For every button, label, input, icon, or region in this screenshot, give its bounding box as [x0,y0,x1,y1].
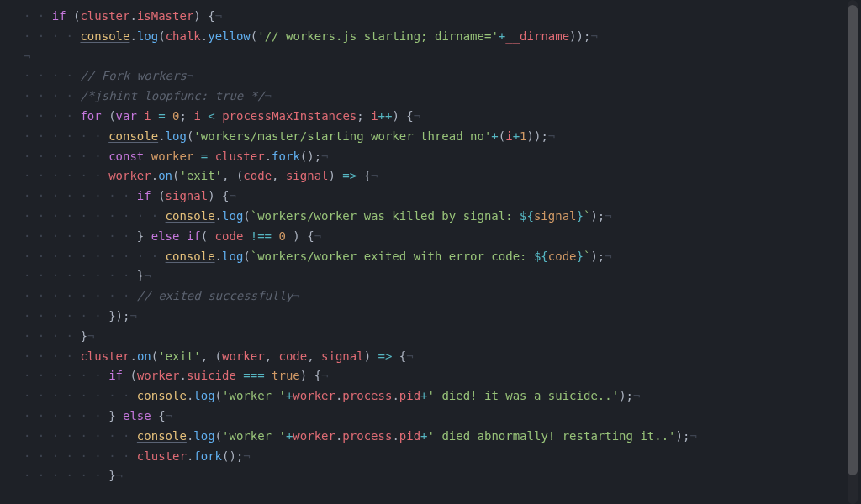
newline-marker: ¬ [414,109,420,123]
code-block[interactable]: · · if (cluster.isMaster) {¬· · · · cons… [0,7,861,486]
token-pun: . [158,129,165,143]
token-pun: ( [201,229,215,243]
code-line[interactable]: · · · · · · if (worker.suicide === true)… [24,366,861,386]
token-fn: on [158,169,172,182]
code-line[interactable]: · · · · · · · · }¬ [24,266,861,286]
code-line[interactable]: · · · · · · console.log('workers/master/… [24,127,861,147]
token-id: signal [166,189,209,202]
indent-guide: · · · · · · · · [24,429,137,443]
token-obj: console [166,209,215,223]
token-pun: , [265,349,279,363]
code-line[interactable]: · · · · for (var i = 0; i < processMaxIn… [24,107,861,127]
newline-marker: ¬ [689,429,696,443]
token-id: signal [321,349,364,363]
token-num: 1 [520,129,526,143]
code-line[interactable]: · · · · }¬ [24,327,861,347]
token-id: pid [399,389,420,402]
token-fn: yellow [208,29,251,43]
code-line[interactable]: · · · · · · · · console.log('worker '+wo… [24,427,861,447]
token-pun: ; [180,109,194,123]
token-cmt: // Fork workers [80,69,186,82]
code-line[interactable]: · · · · // Fork workers¬ [24,66,861,87]
newline-marker: ¬ [371,169,378,182]
token-ebrace: ${ [534,249,548,263]
code-line[interactable]: · · · · · · · · if (signal) {¬ [24,186,861,207]
token-kw: if [137,189,151,202]
code-line[interactable]: · · · · · · });¬ [24,307,861,327]
token-str: 'exit' [158,349,201,363]
code-line[interactable]: · · · · · · · · // exited successfully¬ [24,286,861,307]
newline-marker: ¬ [243,449,250,463]
token-kw: const [108,150,144,163]
token-id: cluster [137,449,187,463]
token-pun: ( [499,129,505,143]
token-pun: ) [329,169,343,182]
token-op: = [201,150,208,163]
code-line[interactable]: · · · · · · worker.on('exit', (code, sig… [24,166,861,186]
token-kw: if [52,9,66,23]
token-pun: { [357,169,371,182]
token-pun: }); [108,309,129,323]
token-pun [215,109,222,123]
code-line[interactable]: · · · · · · · · · · console.log(`workers… [24,247,861,267]
token-pun: . [129,29,136,43]
token-pun: . [392,429,399,443]
token-fn: log [193,389,214,402]
newline-marker: ¬ [321,369,328,382]
scrollbar-thumb[interactable] [848,5,858,475]
token-pun: ); [619,389,633,402]
code-line[interactable]: · · · · · · · · · · console.log(`workers… [24,207,861,227]
code-line[interactable]: · · · · · · · · console.log('worker '+wo… [24,386,861,407]
token-fn: fork [272,150,300,163]
token-pun: ( [66,9,81,23]
token-fn: log [166,129,187,143]
token-id: i [144,109,151,123]
indent-guide: · · · · · · · · · · [24,209,166,223]
indent-guide: · · · · · · · · · · [24,249,166,263]
token-pun: ( [102,109,116,123]
indent-guide: · · · · · · [24,469,108,482]
token-tpl: `workers/worker exited with error code: [251,249,534,263]
token-op: + [491,129,498,143]
token-id: i [193,109,200,123]
indent-guide: · · · · [24,349,80,363]
indent-guide: · · · · · · · · [24,189,137,202]
token-id: worker [137,369,180,382]
newline-marker: ¬ [633,389,640,402]
code-line[interactable]: · · · · cluster.on('exit', (worker, code… [24,347,861,367]
token-obj: console [108,129,158,143]
token-op: + [499,29,505,43]
token-op: < [208,109,214,123]
token-pun: ) [364,349,378,363]
token-str: 'worker ' [222,389,286,402]
newline-marker: ¬ [166,409,172,423]
code-line[interactable]: · · · · /*jshint loopfunc: true */¬ [24,87,861,107]
code-editor[interactable]: · · if (cluster.isMaster) {¬· · · · cons… [0,0,861,504]
token-pun: . [392,389,399,402]
code-line[interactable]: · · · · · · const worker = cluster.fork(… [24,147,861,167]
token-fn: log [222,209,243,223]
token-fn: log [137,29,158,43]
code-line[interactable]: · · · · · · } else {¬ [24,407,861,427]
token-pun [201,109,208,123]
code-line[interactable]: ¬ [24,47,861,67]
token-pun: )); [569,29,590,43]
token-op: ++ [378,109,393,123]
token-pun: ); [590,209,605,223]
indent-guide: · · · · [24,329,80,343]
token-str: ' died! it was a suicide..' [428,389,620,402]
token-cmt: /*jshint loopfunc: true */ [80,89,264,102]
code-line[interactable]: · · · · console.log(chalk.yellow('// wor… [24,27,861,47]
indent-guide: · · · · · · [24,150,108,163]
token-pun: . [201,29,208,43]
code-line[interactable]: · · · · · · · · } else if( code !== 0 ) … [24,227,861,247]
token-op: + [420,429,427,443]
newline-marker: ¬ [187,69,193,82]
code-line[interactable]: · · if (cluster.isMaster) {¬ [24,7,861,27]
token-pun: ( [251,29,257,43]
code-line[interactable]: · · · · · · · · cluster.fork();¬ [24,447,861,467]
newline-marker: ¬ [548,129,555,143]
token-pun: } [137,229,151,243]
code-line[interactable]: · · · · · · }¬ [24,466,861,486]
token-pun: ( [215,429,222,443]
